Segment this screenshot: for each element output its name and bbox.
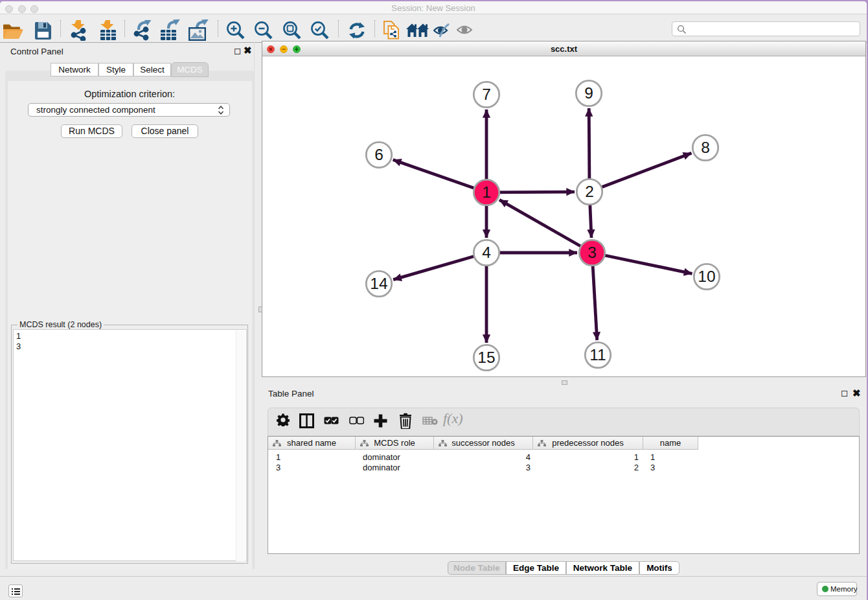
svg-text:11: 11 <box>589 346 606 363</box>
svg-text:10: 10 <box>698 268 715 285</box>
svg-text:2: 2 <box>585 183 594 200</box>
svg-text:4: 4 <box>482 244 491 261</box>
svg-text:8: 8 <box>701 139 710 156</box>
svg-text:15: 15 <box>477 349 495 366</box>
svg-text:6: 6 <box>374 146 383 163</box>
svg-text:7: 7 <box>482 86 491 103</box>
svg-text:9: 9 <box>584 84 593 102</box>
svg-text:3: 3 <box>588 244 597 261</box>
svg-text:1: 1 <box>482 183 491 201</box>
svg-text:14: 14 <box>370 275 387 292</box>
